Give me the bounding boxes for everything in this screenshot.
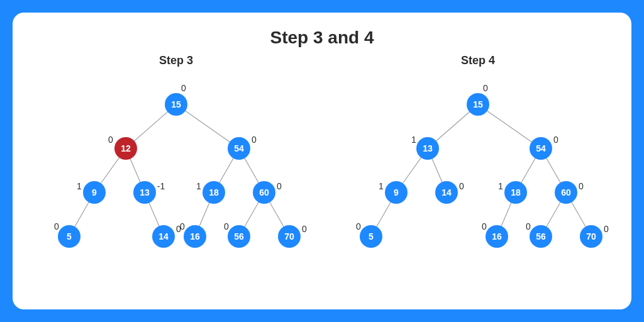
tree-step-4: Step 4 1501315409114018160050160560700 [333, 54, 623, 268]
balance-factor: 0 [181, 83, 186, 93]
tree-node: 150 [467, 83, 489, 116]
tree-step-3: Step 3 1501205409113-1181600501401605607… [31, 54, 321, 268]
balance-factor: 1 [411, 135, 416, 145]
node-value: 54 [536, 143, 546, 153]
balance-factor: 0 [356, 221, 361, 231]
balance-factor: 0 [180, 221, 185, 231]
node-value: 9 [92, 187, 97, 197]
tree-node: 140 [435, 181, 464, 204]
balance-factor: 0 [252, 135, 257, 145]
balance-factor: 0 [579, 181, 584, 191]
diagram-card: Step 3 and 4 Step 3 1501205409113-118160… [13, 13, 631, 309]
balance-factor: 0 [54, 221, 59, 231]
tree-node: 560 [526, 221, 552, 248]
tree-node: 140 [152, 224, 181, 248]
subtitle-step-4: Step 4 [333, 54, 623, 67]
node-value: 5 [369, 231, 374, 242]
tree-node: 160 [482, 221, 508, 248]
node-value: 5 [67, 231, 72, 242]
balance-factor: 1 [196, 181, 201, 191]
tree-node: 13-1 [133, 181, 165, 204]
tree-node: 160 [180, 221, 206, 248]
node-value: 16 [492, 231, 502, 242]
node-value: 12 [121, 143, 131, 153]
main-title: Step 3 and 4 [31, 28, 613, 48]
balance-factor: 0 [482, 221, 487, 231]
node-value: 56 [234, 231, 244, 242]
tree-node: 600 [555, 181, 584, 204]
balance-factor: 1 [498, 181, 503, 191]
balance-factor: 0 [108, 135, 113, 145]
balance-factor: 0 [224, 221, 229, 231]
balance-factor: 0 [526, 221, 531, 231]
balance-factor: 0 [604, 224, 609, 234]
balance-factor: 0 [302, 224, 307, 234]
balance-factor: 0 [483, 83, 488, 93]
node-value: 70 [284, 231, 294, 242]
node-value: 14 [441, 187, 452, 197]
balance-factor: -1 [157, 181, 165, 191]
node-value: 15 [171, 99, 181, 109]
tree-node: 540 [228, 135, 257, 160]
trees-container: Step 3 1501205409113-1181600501401605607… [31, 54, 613, 268]
node-value: 18 [511, 187, 521, 197]
node-value: 9 [394, 187, 399, 197]
node-value: 60 [561, 187, 571, 197]
tree-node: 560 [224, 221, 250, 248]
node-value: 18 [209, 187, 219, 197]
node-value: 13 [140, 187, 150, 197]
tree-node: 50 [54, 221, 80, 248]
tree-node: 91 [77, 181, 106, 204]
subtitle-step-3: Step 3 [31, 54, 321, 67]
balance-factor: 1 [77, 181, 82, 191]
tree-node: 181 [498, 181, 527, 204]
tree-node: 181 [196, 181, 225, 204]
node-value: 15 [473, 99, 483, 109]
tree-node: 150 [165, 83, 187, 116]
node-value: 14 [158, 231, 169, 242]
tree-svg-step-3: 1501205409113-118160050140160560700 [31, 54, 321, 268]
tree-node: 540 [530, 135, 558, 160]
node-value: 16 [190, 231, 200, 242]
tree-node: 50 [356, 221, 382, 248]
node-value: 13 [423, 143, 433, 153]
balance-factor: 0 [277, 181, 282, 191]
tree-edge [176, 104, 239, 148]
tree-node: 700 [278, 224, 307, 248]
balance-factor: 1 [379, 181, 384, 191]
balance-factor: 0 [459, 181, 464, 191]
tree-node: 131 [411, 135, 439, 160]
tree-node: 600 [253, 181, 282, 204]
tree-node: 91 [379, 181, 408, 204]
tree-node: 120 [108, 135, 137, 160]
node-value: 54 [234, 143, 244, 153]
tree-svg-step-4: 1501315409114018160050160560700 [333, 54, 623, 268]
balance-factor: 0 [553, 135, 558, 145]
tree-edge [478, 104, 541, 148]
node-value: 60 [259, 187, 269, 197]
node-value: 56 [536, 231, 546, 242]
tree-node: 700 [580, 224, 609, 248]
node-value: 70 [586, 231, 596, 242]
